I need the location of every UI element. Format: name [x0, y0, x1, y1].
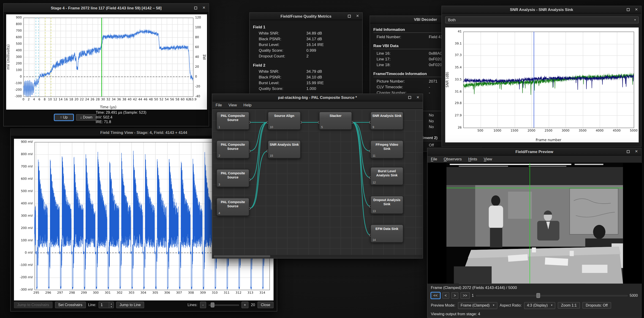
node-graph-canvas[interactable]: PAL Composite Source1PAL Composite Sourc…	[212, 110, 422, 258]
metric-label: Burst Level:	[259, 80, 279, 85]
snr-mode-select[interactable]: Both ▾	[445, 16, 639, 23]
graph-node-12[interactable]: Burst Level Analysis Sink12	[370, 167, 404, 185]
graph-node-9[interactable]: SNR Analysis Sink9	[370, 112, 404, 130]
set-crosshairs-button[interactable]: Set Crosshairs	[55, 302, 86, 309]
scope-plot[interactable]	[6, 14, 207, 110]
vbi-value: -	[429, 90, 430, 95]
next-frame-button[interactable]: >	[451, 292, 458, 299]
metric-value: 34.10 dB	[306, 75, 322, 79]
graph-node-3[interactable]: PAL Composite Source3	[216, 169, 249, 187]
menu-item[interactable]: Help	[240, 101, 255, 108]
slider-track[interactable]	[476, 295, 628, 296]
titlebar-preview[interactable]: Field/Frame Preview ✕	[428, 148, 641, 156]
window-frame-preview: Field/Frame Preview ✕ FileObserversHints…	[427, 148, 642, 318]
titlebar-scope[interactable]: Stage 4 - Frame 2072 line 117 (Field 414…	[4, 4, 208, 12]
aspect-ratio-select[interactable]: 4:3 (Display) ▾	[524, 302, 555, 309]
lines-slider[interactable]	[208, 302, 239, 308]
maximize-icon	[194, 7, 197, 9]
snr-plot[interactable]	[445, 27, 639, 142]
frame-slider[interactable]	[476, 293, 628, 298]
metric-row: White SNR: 34.89 dB	[250, 30, 362, 36]
graph-edge	[249, 151, 268, 208]
maximize-icon	[408, 96, 411, 99]
spinbox-arrows[interactable]: ▴ ▾	[109, 302, 114, 308]
metric-label: Burst Level:	[259, 42, 279, 47]
graph-node-15[interactable]: SNR Analysis Sink15	[268, 140, 301, 159]
line-spinbox-value: 1	[99, 302, 109, 308]
graph-node-2[interactable]: PAL Composite Source2	[216, 140, 249, 159]
metric-value: 0.999	[306, 48, 316, 53]
close-dialog-button[interactable]: Close	[258, 302, 274, 309]
metric-value: 2	[306, 54, 308, 58]
metric-row: Black PSNR: 34.10 dB	[250, 74, 362, 80]
graph-edge	[352, 122, 370, 207]
zoom-1-1-button[interactable]: Zoom 1:1	[558, 302, 580, 309]
video-preview-area[interactable]	[428, 163, 642, 284]
line-spinbox[interactable]: 1 ▴ ▾	[99, 302, 114, 309]
graph-node-label: Stacker	[320, 114, 352, 118]
graph-edge	[249, 122, 268, 180]
graph-node-11[interactable]: FFmpeg Video Sink11	[370, 140, 404, 159]
preview-mode-value: Frame (Clamped)	[460, 303, 490, 308]
quality-metrics-body: Field 1 White SNR: 34.89 dB Black PSNR: …	[250, 20, 362, 91]
close-button[interactable]: ✕	[355, 14, 360, 18]
preview-mode-select[interactable]: Frame (Clamped) ▾	[458, 302, 497, 309]
graph-node-14[interactable]: EFM Data Sink14	[370, 224, 404, 243]
menu-item[interactable]: File	[428, 156, 440, 162]
graph-node-1[interactable]: PAL Composite Source1	[216, 112, 249, 130]
titlebar-node-editor[interactable]: pal-stacking-big - PAL Composite Source …	[212, 94, 422, 101]
readout-mv: mV: 502.4	[96, 115, 146, 120]
slider-thumb[interactable]	[210, 303, 214, 308]
graph-node-label: SNR Analysis Sink	[371, 114, 403, 118]
metric-label: Black PSNR:	[259, 37, 281, 41]
metric-value: 34.89 dB	[306, 31, 322, 35]
graph-node-13[interactable]: Dropout Analysis Sink13	[370, 196, 404, 214]
slider-thumb[interactable]	[536, 293, 540, 298]
graph-node-5[interactable]: Stacker5	[319, 112, 352, 130]
maximize-button[interactable]	[626, 7, 630, 12]
graph-node-10[interactable]: Source Align10	[268, 112, 301, 130]
maximize-icon	[627, 8, 630, 11]
titlebar-quality[interactable]: Field/Frame Quality Metrics ✕	[250, 13, 362, 20]
jump-to-line-button[interactable]: Jump to Line	[116, 302, 144, 309]
dropouts-toggle-button[interactable]: Dropouts: Off	[582, 302, 611, 309]
metric-row: Burst Level: 16.14 IRE	[250, 42, 362, 47]
chevron-down-icon: ▾	[551, 304, 552, 307]
close-button[interactable]: ✕	[634, 7, 639, 12]
graph-node-4[interactable]: PAL Composite Source4	[216, 198, 249, 216]
frame-caption: Frame (Clamped) 2072 (Fields 4143-4144) …	[431, 285, 517, 290]
close-button[interactable]: ✕	[202, 6, 206, 10]
maximize-button[interactable]	[408, 95, 412, 100]
vbi-label: Field Number:	[376, 34, 401, 39]
window-title: Field/Frame Quality Metrics	[280, 14, 332, 18]
scrollbar-thumb[interactable]	[214, 255, 270, 257]
menu-item[interactable]: File	[212, 101, 225, 108]
previous-frame-button[interactable]: <	[442, 292, 449, 299]
maximize-button[interactable]	[626, 149, 630, 154]
titlebar-snr[interactable]: SNR Analysis - SNR Analysis Sink ✕	[442, 6, 641, 13]
lines-increase-button[interactable]: +	[241, 302, 248, 309]
lines-decrease-button[interactable]: -	[200, 302, 206, 309]
metric-value: 34.17 dB	[306, 37, 322, 41]
menu-item[interactable]: Observers	[440, 156, 465, 162]
menu-item[interactable]: View	[480, 156, 496, 162]
maximize-button[interactable]	[347, 14, 352, 18]
menu-item[interactable]: View	[225, 101, 240, 108]
spin-down-icon[interactable]: ▾	[109, 305, 113, 308]
field-rows: White SNR: 34.89 dB Black PSNR: 34.17 dB…	[250, 30, 362, 59]
last-frame-button[interactable]: >>	[460, 292, 470, 299]
close-button[interactable]: ✕	[416, 95, 420, 100]
maximize-button[interactable]	[194, 6, 198, 10]
horizontal-scrollbar[interactable]	[213, 255, 422, 258]
first-frame-button[interactable]: <<	[431, 292, 440, 299]
line-label: Line:	[88, 303, 96, 307]
metric-row: Quality Score: 0.999	[250, 47, 362, 53]
line-up-button[interactable]: ↑ Up	[54, 114, 74, 121]
close-button[interactable]: ✕	[634, 149, 639, 154]
spin-up-icon[interactable]: ▴	[109, 302, 113, 305]
desktop: Stage 4 - Frame 2072 line 117 (Field 414…	[0, 0, 644, 318]
line-down-button[interactable]: ↓ Down	[76, 114, 96, 121]
metric-row: White SNR: 34.79 dB	[250, 69, 362, 74]
menu-item[interactable]: Hints	[465, 156, 480, 162]
metric-label: Quality Score:	[259, 48, 283, 53]
